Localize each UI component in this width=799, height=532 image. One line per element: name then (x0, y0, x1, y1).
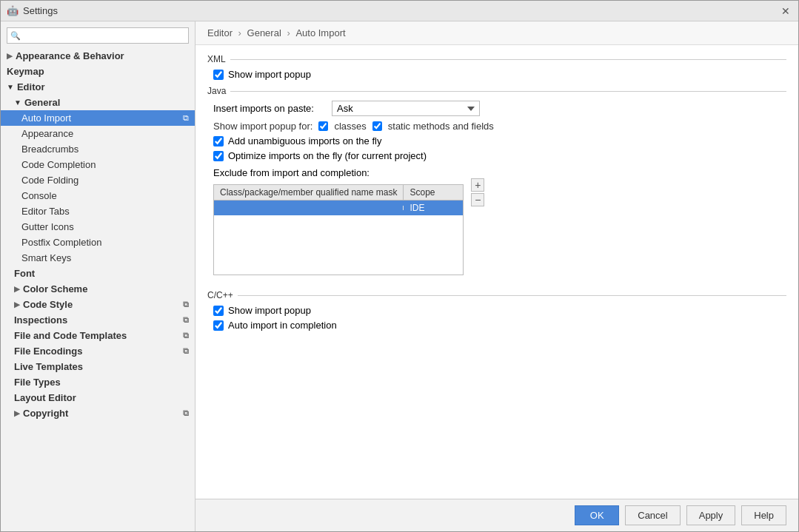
sidebar-item-file-types[interactable]: File Types (1, 374, 195, 390)
sidebar-item-label: Editor Tabs (21, 206, 70, 217)
title-bar: 🤖 Settings ✕ (1, 1, 798, 21)
sidebar-item-label: Layout Editor (14, 392, 76, 403)
sidebar-item-console[interactable]: Console (1, 188, 195, 203)
apply-button[interactable]: Apply (686, 505, 736, 525)
sidebar-item-font[interactable]: Font (1, 266, 195, 281)
exclude-table: Class/package/member qualified name mask… (213, 184, 464, 275)
sidebar-item-label: Postfix Completion (21, 237, 101, 248)
sidebar-item-appearance-behavior[interactable]: ▶ Appearance & Behavior (1, 48, 195, 64)
sidebar-item-label: File Encodings (14, 346, 82, 357)
cancel-button[interactable]: Cancel (625, 505, 680, 525)
sidebar-item-code-style[interactable]: ▶ Code Style ⧉ (1, 297, 195, 312)
sidebar-item-label: Appearance & Behavior (16, 50, 124, 61)
sidebar-item-label: Gutter Icons (21, 221, 74, 232)
static-methods-checkbox[interactable] (372, 121, 382, 131)
exclude-section-label: Exclude from import and completion: (213, 167, 370, 178)
sidebar-item-label: File and Code Templates (14, 330, 127, 341)
breadcrumb: Editor › General › Auto Import (195, 21, 798, 45)
sidebar-item-code-folding[interactable]: Code Folding (1, 172, 195, 188)
insert-imports-select[interactable]: Ask Always Never (332, 101, 480, 116)
exclude-label: Exclude from import and completion: (213, 167, 786, 178)
sidebar-item-postfix-completion[interactable]: Postfix Completion (1, 235, 195, 250)
dialog-title: Settings (23, 5, 58, 16)
java-section: Java Insert imports on paste: Ask Always… (207, 86, 786, 281)
sidebar-item-inspections[interactable]: Inspections ⧉ (1, 312, 195, 328)
arrow-icon: ▶ (14, 300, 20, 309)
table-row[interactable]: IDE (214, 201, 463, 215)
sidebar-item-editor[interactable]: ▼ Editor (1, 79, 195, 95)
cpp-show-import-popup-row: Show import popup (213, 305, 786, 316)
cpp-auto-import-row: Auto import in completion (213, 320, 786, 331)
sidebar-item-label: Editor (17, 81, 45, 92)
sidebar-item-color-scheme[interactable]: ▶ Color Scheme (1, 281, 195, 297)
sidebar-item-file-code-templates[interactable]: File and Code Templates ⧉ (1, 328, 195, 343)
help-button[interactable]: Help (741, 505, 786, 525)
cell-scope: IDE (404, 201, 463, 215)
add-row-button[interactable]: + (471, 178, 484, 192)
xml-show-import-popup-label: Show import popup (228, 69, 311, 80)
sidebar: 🔍 ▶ Appearance & Behavior Keymap ▼ Edito… (1, 21, 195, 531)
xml-show-import-popup-checkbox[interactable] (213, 70, 224, 80)
cpp-auto-import-checkbox[interactable] (213, 320, 224, 331)
cpp-show-import-popup-checkbox[interactable] (213, 306, 224, 316)
arrow-icon: ▶ (14, 409, 20, 417)
classes-label: classes (334, 121, 366, 132)
copy-icon: ⧉ (183, 408, 189, 418)
insert-imports-label: Insert imports on paste: (213, 103, 324, 114)
search-icon: 🔍 (10, 31, 21, 41)
sidebar-item-file-encodings[interactable]: File Encodings ⧉ (1, 343, 195, 359)
ok-button[interactable]: OK (575, 505, 619, 525)
insert-imports-row: Insert imports on paste: Ask Always Neve… (213, 101, 786, 116)
sidebar-item-layout-editor[interactable]: Layout Editor (1, 390, 195, 405)
sidebar-item-label: File Types (14, 377, 61, 388)
breadcrumb-sep2: › (287, 27, 292, 38)
sidebar-item-live-templates[interactable]: Live Templates (1, 359, 195, 374)
sidebar-item-label: Color Scheme (23, 283, 87, 294)
cpp-section: C/C++ Show import popup Auto import in c… (207, 290, 786, 331)
sidebar-item-label: Smart Keys (21, 252, 71, 263)
breadcrumb-auto-import: Auto Import (295, 27, 345, 38)
sidebar-item-gutter-icons[interactable]: Gutter Icons (1, 219, 195, 235)
footer: OK Cancel Apply Help (195, 499, 798, 531)
sidebar-item-label: General (24, 97, 60, 108)
exclude-table-outer: Class/package/member qualified name mask… (207, 178, 786, 281)
col-name-mask: Class/package/member qualified name mask (214, 185, 404, 200)
arrow-icon: ▶ (14, 285, 20, 293)
optimize-imports-checkbox[interactable] (213, 151, 224, 161)
cpp-section-label: C/C++ (207, 290, 786, 300)
remove-row-button[interactable]: − (471, 193, 484, 206)
sidebar-item-label: Breadcrumbs (21, 144, 78, 155)
classes-checkbox[interactable] (318, 121, 328, 131)
copy-icon: ⧉ (183, 315, 189, 325)
copy-icon: ⧉ (183, 113, 189, 123)
sidebar-item-general[interactable]: ▼ General (1, 95, 195, 110)
sidebar-item-label: Inspections (14, 314, 67, 326)
copy-icon: ⧉ (183, 300, 189, 309)
sidebar-item-auto-import[interactable]: Auto Import ⧉ (1, 110, 195, 126)
cpp-show-import-popup-label: Show import popup (228, 305, 311, 316)
sidebar-item-label: Font (14, 268, 35, 279)
sidebar-item-appearance[interactable]: Appearance (1, 126, 195, 141)
sidebar-item-breadcrumbs[interactable]: Breadcrumbs (1, 141, 195, 157)
xml-show-import-popup-row: Show import popup (213, 69, 786, 80)
sidebar-item-copyright[interactable]: ▶ Copyright ⧉ (1, 405, 195, 421)
optimize-imports-label: Optimize imports on the fly (for current… (228, 150, 427, 161)
sidebar-item-label: Code Completion (21, 159, 96, 170)
col-scope: Scope (404, 185, 463, 200)
sidebar-item-label: Code Folding (21, 175, 78, 186)
sidebar-item-code-completion[interactable]: Code Completion (1, 157, 195, 172)
search-input[interactable] (7, 27, 189, 44)
arrow-icon: ▶ (7, 52, 13, 60)
java-section-label: Java (207, 86, 786, 96)
sidebar-item-smart-keys[interactable]: Smart Keys (1, 250, 195, 266)
add-unambiguous-checkbox[interactable] (213, 136, 224, 147)
dialog-body: 🔍 ▶ Appearance & Behavior Keymap ▼ Edito… (1, 21, 798, 531)
xml-section-label: XML (207, 54, 786, 64)
close-button[interactable]: ✕ (779, 4, 792, 18)
arrow-icon: ▼ (7, 83, 14, 91)
search-wrap: 🔍 (7, 27, 189, 44)
exclude-table-body: IDE (214, 201, 463, 275)
sidebar-item-editor-tabs[interactable]: Editor Tabs (1, 203, 195, 219)
sidebar-item-keymap[interactable]: Keymap (1, 64, 195, 79)
copy-icon: ⧉ (183, 346, 189, 356)
